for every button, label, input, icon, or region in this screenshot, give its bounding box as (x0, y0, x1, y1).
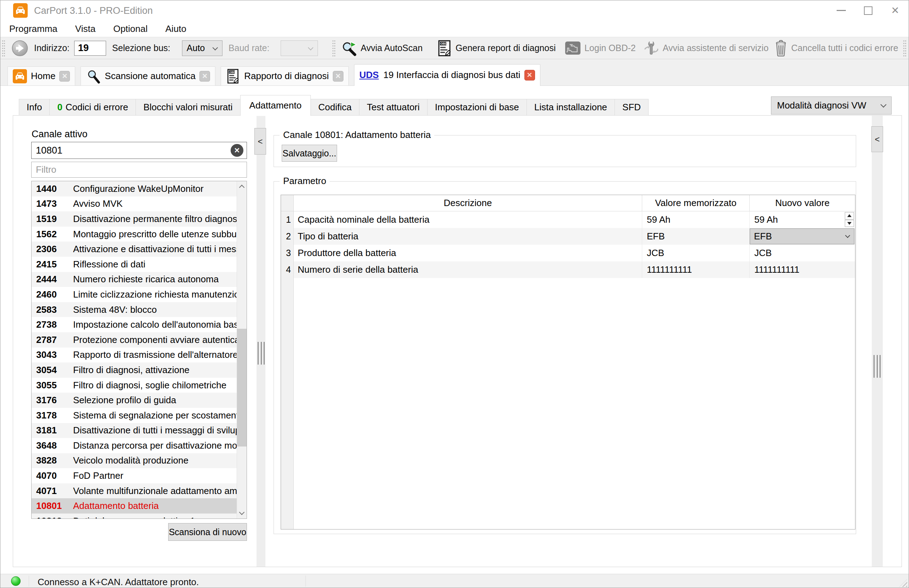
close-icon: ✕ (891, 6, 899, 16)
channel-row[interactable]: 2415 Riflessione di dati (32, 257, 237, 272)
save-button[interactable]: Salvataggio... (282, 145, 337, 162)
trash-icon (774, 40, 788, 57)
active-channel-box: ✕ (31, 142, 247, 159)
tab-close-icon[interactable]: ✕ (333, 71, 343, 82)
tab-report[interactable]: OBD Rapporto di diagnosi ✕ (221, 66, 349, 86)
channel-id: 2306 (36, 244, 73, 255)
channel-row[interactable]: 1473 Avviso MVK (32, 197, 237, 212)
generate-report-label: Genera report di diagnosi (456, 43, 556, 53)
minimize-button[interactable] (828, 0, 855, 21)
channel-row[interactable]: 3828 Veicolo modalità produzione (32, 453, 237, 468)
cell-new-value[interactable]: 1111111111 (749, 262, 855, 278)
tab-uds-interface[interactable]: UDS 19 Interfaccia di diagnosi bus dati … (354, 64, 540, 86)
scroll-down-icon[interactable] (239, 510, 245, 515)
tab-close-icon[interactable]: ✕ (59, 71, 70, 82)
left-splitter[interactable] (257, 116, 265, 567)
toolbar-grip-handle[interactable] (903, 40, 906, 57)
address-input[interactable] (74, 41, 106, 56)
menu-item[interactable]: Aiuto (157, 21, 195, 37)
cell-new-value[interactable]: JCB (749, 245, 855, 262)
cell-new-value[interactable]: EFB EFB (749, 228, 855, 245)
function-tab[interactable]: SFD (615, 99, 649, 116)
resize-grip[interactable] (899, 579, 907, 587)
channel-row[interactable]: 10812 Dati del processo produttivo 1 (32, 514, 237, 519)
collapse-left-button[interactable]: < (254, 128, 266, 155)
function-tab[interactable]: Adattamento (240, 95, 311, 116)
channel-row[interactable]: 3176 Selezione profilo di guida (32, 393, 237, 408)
channel-row[interactable]: 3055 Filtro di diagnosi, soglie chilomet… (32, 378, 237, 393)
channel-row[interactable]: 4071 Volante multifunzionale adattamento… (32, 483, 237, 499)
obd-report-icon: OBD (226, 68, 240, 84)
start-autoscan-button[interactable]: Avvia AutoScan (341, 40, 422, 57)
channel-row[interactable]: 2583 Sistema 48V: blocco (32, 302, 237, 317)
channel-row[interactable]: 1440 Configurazione WakeUpMonitor (32, 181, 237, 197)
channel-row[interactable]: 2444 Numero richieste ricarica autonoma (32, 272, 237, 287)
tab-autoscan[interactable]: Scansione automatica ✕ (81, 66, 215, 86)
function-tab[interactable]: Test attuatori (359, 99, 427, 116)
scroll-up-icon[interactable] (239, 185, 245, 191)
spinner-down-button[interactable] (845, 220, 854, 227)
channel-label: Impostazione calcolo dell'autonomia basa… (73, 319, 237, 330)
close-button[interactable]: ✕ (882, 0, 909, 21)
window-controls: ✕ (828, 0, 909, 21)
channel-row[interactable]: 3178 Sistema di segnalazione per scostam… (32, 408, 237, 423)
rescan-button[interactable]: Scansiona di nuovo (168, 523, 247, 541)
generate-report-button[interactable]: OBD Genera report di diagnosi (437, 40, 556, 57)
channel-row[interactable]: 3648 Distanza percorsa per disattivazion… (32, 438, 237, 453)
tab-close-icon[interactable]: ✕ (199, 71, 210, 82)
header-stored-value: Valore memorizzato (642, 195, 749, 211)
function-tab[interactable]: 0 Codici di errore (49, 99, 136, 116)
channel-row[interactable]: 3181 Disattivazione di tutti i messaggi … (32, 423, 237, 438)
channel-row[interactable]: 1519 Disattivazione permanente filtro di… (32, 212, 237, 227)
channel-id: 2787 (36, 334, 73, 346)
diagnosis-mode-select[interactable]: Modalità diagnosi VW (771, 97, 891, 115)
clear-channel-button[interactable]: ✕ (231, 144, 243, 157)
menu-item[interactable]: Programma (0, 21, 66, 37)
channel-row[interactable]: 1562 Montaggio prescritto delle utenze s… (32, 227, 237, 242)
function-tab[interactable]: Lista installazione (527, 99, 615, 116)
tab-close-icon[interactable]: ✕ (524, 70, 535, 81)
function-tab[interactable]: Codifica (311, 99, 359, 116)
new-value-text: JCB (754, 247, 772, 258)
go-button[interactable] (12, 40, 28, 57)
tab-home[interactable]: Home ✕ (8, 66, 75, 86)
table-row[interactable]: 2 Tipo di batteria EFB EFB EFB (281, 228, 855, 245)
header-new-value: Nuovo valore (749, 195, 855, 211)
channel-row[interactable]: 3043 Rapporto di trasmissione dell'alter… (32, 347, 237, 363)
table-row[interactable]: 4 Numero di serie della batteria 1111111… (281, 262, 855, 278)
table-row[interactable]: 1 Capacità nominale della batteria 59 Ah… (281, 212, 855, 228)
channel-id: 1440 (36, 183, 73, 194)
channel-row[interactable]: 3054 Filtro di diagnosi, attivazione (32, 362, 237, 378)
maximize-button[interactable] (855, 0, 882, 21)
function-tab[interactable]: Blocchi valori misurati (136, 99, 240, 116)
parameter-table: Descrizione Valore memorizzato Nuovo val… (281, 195, 856, 530)
function-tab[interactable]: Info (19, 99, 50, 116)
channel-row[interactable]: 10801 Adattamento batteria (32, 498, 237, 514)
cell-new-value[interactable]: 59 Ah (749, 212, 855, 228)
function-tab[interactable]: Impostazioni di base (427, 99, 527, 116)
spinner-up-button[interactable] (845, 212, 854, 220)
toolbar-grip-handle[interactable] (2, 40, 5, 57)
value-select[interactable]: EFB (750, 228, 854, 244)
cell-stored-value: EFB (642, 228, 749, 245)
channel-row[interactable]: 2738 Impostazione calcolo dell'autonomia… (32, 317, 237, 332)
right-splitter[interactable] (872, 116, 883, 567)
channel-label: Veicolo modalità produzione (73, 455, 188, 466)
channel-row[interactable]: 4070 FoD Partner (32, 468, 237, 483)
filter-input[interactable] (31, 162, 247, 178)
table-row[interactable]: 3 Produttore della batteria JCB JCB (281, 245, 855, 262)
function-tab-label: Impostazioni di base (435, 102, 519, 113)
bus-select[interactable]: Auto (182, 40, 222, 56)
splitter-grip[interactable] (873, 355, 881, 378)
toolbar-grip-handle[interactable] (332, 40, 336, 57)
splitter-grip[interactable] (257, 342, 265, 365)
menu-item[interactable]: Optional (104, 21, 157, 37)
menu-item[interactable]: Vista (66, 21, 104, 37)
channel-row[interactable]: 2787 Protezione componenti avviare auten… (32, 332, 237, 347)
channel-row[interactable]: 2460 Limite ciclizzazione richiesta manu… (32, 287, 237, 302)
channel-row[interactable]: 2306 Attivazione e disattivazione di tut… (32, 242, 237, 257)
channel-list-scrollbar[interactable] (237, 181, 247, 519)
collapse-right-button[interactable]: < (872, 126, 883, 152)
scrollbar-thumb[interactable] (237, 329, 247, 446)
active-channel-input[interactable] (31, 142, 247, 159)
